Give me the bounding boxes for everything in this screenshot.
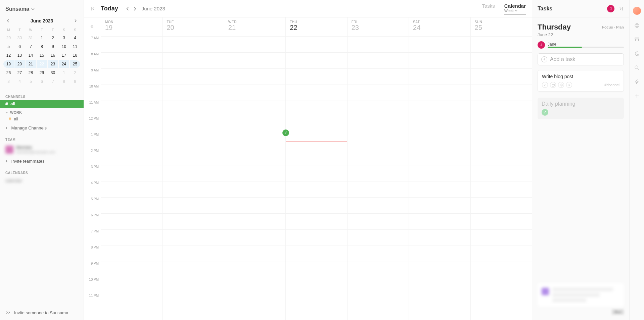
user-name: Jane [548,42,624,47]
user-avatar[interactable]: J [607,5,614,12]
mini-cal-day[interactable]: 28 [26,69,36,77]
mini-cal-day[interactable]: 19 [3,60,14,68]
add-task-input[interactable]: + Add a task [538,53,624,65]
mini-cal-day[interactable]: 14 [26,51,36,59]
check-circle-icon[interactable]: ✓ [542,82,548,88]
mini-cal-prev[interactable] [5,17,11,24]
go-to-start-button[interactable] [90,6,95,11]
day-column[interactable] [409,36,470,320]
mini-cal-day[interactable]: 4 [70,34,80,42]
mini-cal-day[interactable]: 6 [37,77,47,86]
mini-cal-day[interactable]: 17 [59,51,69,59]
task-card[interactable]: Write blog post ✓ 1 #channel [538,70,624,92]
day-column[interactable] [224,36,285,320]
completed-event-marker[interactable]: ✓ [282,129,289,136]
channel-work-all[interactable]: # all [0,115,84,123]
mini-cal-day[interactable]: 9 [48,43,58,51]
day-header[interactable]: SUN25 [470,17,532,36]
mini-cal-day[interactable]: 5 [26,77,36,86]
mini-cal-day[interactable]: 21 [26,60,36,68]
hour-label: 10 AM [84,85,101,101]
calendar-entry[interactable]: calendar [0,176,84,185]
mini-cal-day[interactable]: 1 [59,69,69,77]
focus-link[interactable]: Focus [602,25,613,29]
target-icon[interactable] [634,22,640,29]
mini-cal-day[interactable]: 29 [37,69,47,77]
mini-cal-day[interactable]: 8 [37,43,47,51]
mini-cal-day[interactable]: 16 [48,51,58,59]
mini-cal-day[interactable]: 6 [14,43,25,51]
day-header[interactable]: WED21 [224,17,285,36]
day-header[interactable]: TUE20 [162,17,224,36]
mini-cal-day[interactable]: 24 [59,60,69,68]
mini-cal-day[interactable]: 5 [3,43,14,51]
archive-icon[interactable] [634,36,640,43]
plan-link[interactable]: Plan [616,25,624,29]
date-next-button[interactable] [132,5,138,12]
mini-cal-day[interactable]: 13 [14,51,25,59]
zoom-button[interactable] [84,17,101,36]
mini-cal-day[interactable]: 12 [3,51,14,59]
mini-cal-day[interactable]: 26 [3,69,14,77]
mini-cal-day[interactable]: 25 [70,60,80,68]
mini-cal-day[interactable]: 22 [37,60,47,68]
mini-cal-day[interactable]: 27 [14,69,25,77]
team-member[interactable]: Member member@example.com [0,143,84,156]
moon-icon[interactable] [634,50,640,57]
mini-cal-day[interactable]: 15 [37,51,47,59]
channel-all[interactable]: # all [0,100,84,108]
day-column[interactable] [470,36,532,320]
mini-cal-day[interactable]: 29 [3,34,14,42]
day-header[interactable]: SAT24 [409,17,470,36]
tab-calendar[interactable]: Calendar Week [504,3,526,14]
clock-icon[interactable] [558,82,564,88]
date-prev-button[interactable] [124,5,131,12]
day-header[interactable]: THU22 [285,17,347,36]
day-column[interactable] [101,36,162,320]
mini-cal-day[interactable]: 1 [37,34,47,42]
mini-cal-next[interactable] [72,17,79,24]
add-icon[interactable] [634,93,640,99]
mini-cal-day[interactable]: 7 [26,43,36,51]
mini-cal-day[interactable]: 3 [3,77,14,86]
mini-cal-day[interactable]: 31 [26,34,36,42]
mini-cal-day[interactable]: 8 [59,77,69,86]
rail-profile-icon[interactable] [633,7,641,15]
day-header[interactable]: FRI23 [347,17,409,36]
bolt-icon[interactable] [634,78,640,85]
mini-cal-day[interactable]: 7 [48,77,58,86]
mini-cal-day[interactable]: 2 [48,34,58,42]
day-column[interactable] [347,36,409,320]
today-button[interactable]: Today [101,5,118,12]
workspace-switcher[interactable]: Sunsama [0,0,84,15]
collapse-panel-button[interactable] [618,6,624,11]
mini-cal-day[interactable]: 18 [70,51,80,59]
mini-cal-day[interactable]: 4 [14,77,25,86]
mini-cal-day[interactable]: 11 [70,43,80,51]
avatar [5,146,13,154]
invite-someone-button[interactable]: Invite someone to Sunsama [0,305,84,320]
invite-teammates[interactable]: + Invite teammates [0,156,84,166]
search-icon[interactable] [634,64,640,71]
mini-cal-day[interactable]: 10 [59,43,69,51]
work-group-toggle[interactable]: WORK [0,108,84,115]
tab-tasks[interactable]: Tasks [482,3,495,14]
mini-cal-day[interactable]: 30 [14,34,25,42]
mini-cal-day[interactable]: 23 [48,60,58,68]
day-header[interactable]: MON19 [101,17,162,36]
calendar-icon[interactable] [550,82,556,88]
mini-cal-day[interactable]: 9 [70,77,80,86]
mini-cal-day[interactable]: 2 [70,69,80,77]
mini-cal-day[interactable]: 30 [48,69,58,77]
integration-card[interactable] [538,283,624,307]
calendar-view-mode[interactable]: Week [504,9,526,13]
day-column[interactable] [162,36,224,320]
mini-cal-day[interactable]: 3 [59,34,69,42]
mini-cal-day[interactable]: 20 [14,60,25,68]
subtask-count-icon[interactable]: 1 [566,82,572,88]
manage-channels[interactable]: + Manage Channels [0,123,84,133]
day-column[interactable]: ✓ [285,36,347,320]
hour-label: 1 PM [84,133,101,149]
daily-planning-card[interactable]: Daily planning ✓ [538,98,624,119]
calendar-grid[interactable]: 7 AM8 AM9 AM10 AM11 AM12 PM1 PM2 PM3 PM4… [84,36,532,320]
